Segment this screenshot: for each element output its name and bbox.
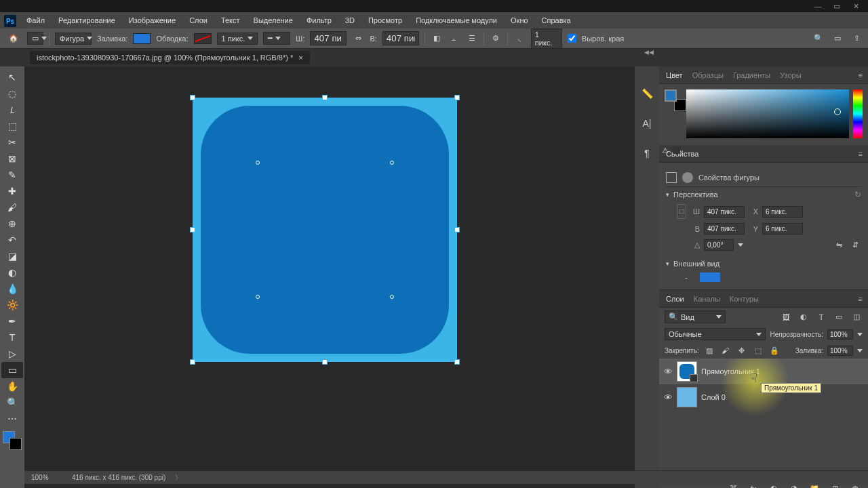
path-align-icon[interactable]: ⫠: [448, 33, 460, 45]
visibility-icon[interactable]: 👁: [663, 392, 673, 403]
chevron-down-icon[interactable]: ▾: [666, 260, 669, 267]
maximize-button[interactable]: ▭: [827, 1, 846, 12]
dodge-tool-icon[interactable]: 🔆: [1, 297, 23, 313]
menu-layer[interactable]: Слои: [183, 14, 214, 27]
tab-gradients[interactable]: Градиенты: [732, 69, 772, 81]
link-wh-icon[interactable]: ⇔: [352, 33, 364, 45]
prop-angle-input[interactable]: [704, 239, 734, 251]
blend-mode-dropdown[interactable]: Обычные: [665, 328, 766, 340]
path-select-tool-icon[interactable]: ▷: [1, 346, 23, 362]
flip-h-icon[interactable]: ⇋: [833, 239, 845, 251]
layer-name[interactable]: Слой 0: [701, 393, 726, 401]
lasso-tool-icon[interactable]: 𝘓: [1, 102, 23, 118]
tab-patterns[interactable]: Узоры: [778, 69, 802, 81]
frame-tool-icon[interactable]: ⊠: [1, 150, 23, 167]
transform-handle[interactable]: [190, 359, 195, 365]
transform-handle[interactable]: [454, 359, 460, 365]
menu-help[interactable]: Справка: [536, 14, 577, 27]
stamp-tool-icon[interactable]: ⊕: [1, 216, 23, 232]
rectangle-shape[interactable]: [201, 106, 449, 354]
healing-tool-icon[interactable]: ✚: [1, 183, 23, 199]
marquee-tool-icon[interactable]: ◌: [1, 85, 23, 102]
panel-collapse-icon[interactable]: ◀◀: [644, 49, 654, 56]
layer-thumbnail[interactable]: [677, 387, 697, 407]
blur-tool-icon[interactable]: 💧: [1, 281, 23, 297]
tool-mode-dropdown[interactable]: Фигура: [55, 33, 92, 45]
color-swatches[interactable]: [3, 431, 22, 450]
lock-paint-icon[interactable]: 🖌: [719, 344, 732, 357]
lock-move-icon[interactable]: ✥: [736, 344, 748, 357]
canvas-area[interactable]: [24, 66, 635, 488]
type-tool-icon[interactable]: T: [1, 329, 23, 346]
canvas[interactable]: [193, 98, 457, 362]
reset-icon[interactable]: ↻: [854, 190, 861, 199]
ruler-icon[interactable]: 📏: [636, 85, 658, 102]
document-info[interactable]: 416 пикс. x 416 пикс. (300 ppi): [72, 474, 165, 481]
menu-view[interactable]: Просмотр: [362, 14, 408, 27]
menu-edit[interactable]: Редактирование: [52, 14, 121, 27]
path-operations-icon[interactable]: ◧: [431, 33, 443, 45]
lock-all-icon[interactable]: 🔒: [768, 344, 781, 357]
path-arrange-icon[interactable]: ☰: [466, 33, 478, 45]
panel-menu-icon[interactable]: ≡: [859, 150, 863, 158]
gradient-tool-icon[interactable]: ◐: [1, 264, 23, 281]
height-input[interactable]: [382, 31, 419, 45]
stroke-style-dropdown[interactable]: ━: [263, 32, 290, 45]
menu-select[interactable]: Выделение: [248, 14, 299, 27]
tab-color[interactable]: Цвет: [665, 69, 684, 81]
gear-icon[interactable]: ⚙: [490, 33, 502, 45]
opacity-input[interactable]: [827, 329, 853, 340]
zoom-tool-icon[interactable]: 🔍: [1, 394, 23, 411]
menu-type[interactable]: Текст: [215, 14, 246, 27]
radius-anchor[interactable]: [256, 295, 260, 299]
menu-window[interactable]: Окно: [505, 14, 534, 27]
share-icon[interactable]: ⇪: [850, 33, 863, 45]
align-edges-checkbox[interactable]: [568, 34, 576, 43]
edit-toolbar-icon[interactable]: ⋯: [1, 411, 23, 427]
panel-menu-icon[interactable]: ≡: [859, 295, 863, 303]
link-icon[interactable]: ⬚: [677, 204, 686, 219]
filter-smart-icon[interactable]: ◫: [850, 311, 863, 323]
prop-y-input[interactable]: [762, 223, 803, 235]
search-icon[interactable]: 🔍: [812, 33, 825, 45]
stroke-size-dropdown[interactable]: 1 пикс.: [217, 33, 258, 45]
transform-handle[interactable]: [322, 359, 328, 365]
layer-item[interactable]: 👁 Прямоугольник 1: [659, 359, 868, 384]
fill-input[interactable]: [827, 346, 853, 356]
menu-file[interactable]: Файл: [20, 14, 51, 27]
home-icon[interactable]: 🏠: [5, 32, 22, 45]
layer-thumbnail[interactable]: [677, 361, 697, 382]
radius-anchor[interactable]: [256, 161, 260, 165]
filter-type-icon[interactable]: T: [815, 311, 827, 323]
fill-swatch[interactable]: [133, 33, 151, 44]
workspace-icon[interactable]: ▭: [831, 33, 844, 45]
stroke-swatch[interactable]: [194, 33, 212, 44]
brush-tool-icon[interactable]: 🖌: [1, 199, 23, 216]
close-button[interactable]: ✕: [846, 1, 865, 12]
document-tab[interactable]: istockphoto-1393080930-170667a.jpg @ 100…: [30, 51, 310, 64]
menu-plugins[interactable]: Подключаемые модули: [410, 14, 503, 27]
foreground-swatch[interactable]: [665, 89, 677, 102]
radius-anchor[interactable]: [390, 161, 394, 165]
tab-layers[interactable]: Слои: [665, 293, 686, 305]
lock-transparent-icon[interactable]: ▨: [703, 344, 715, 357]
character-icon[interactable]: A|: [636, 115, 658, 131]
zoom-value[interactable]: 100%: [31, 474, 62, 481]
filter-pixel-icon[interactable]: 🖼: [780, 311, 792, 323]
panel-menu-icon[interactable]: ≡: [859, 71, 863, 79]
prop-height-input[interactable]: [704, 223, 745, 235]
close-tab-icon[interactable]: ×: [298, 54, 302, 62]
menu-filter[interactable]: Фильтр: [300, 14, 338, 27]
width-input[interactable]: [310, 31, 347, 45]
tool-preset-dropdown[interactable]: ▭: [27, 32, 43, 45]
tab-swatches[interactable]: Образцы: [691, 69, 725, 81]
color-picker[interactable]: [686, 89, 849, 138]
menu-3d[interactable]: 3D: [339, 14, 361, 27]
radius-input[interactable]: 1 пикс.: [531, 28, 562, 49]
transform-handle[interactable]: [454, 227, 460, 232]
info-arrow-icon[interactable]: 〉: [175, 473, 182, 483]
transform-handle[interactable]: [454, 95, 460, 100]
pen-tool-icon[interactable]: ✒: [1, 313, 23, 329]
angle-dropdown-icon[interactable]: [738, 243, 743, 247]
paragraph-icon[interactable]: ¶: [636, 145, 658, 161]
